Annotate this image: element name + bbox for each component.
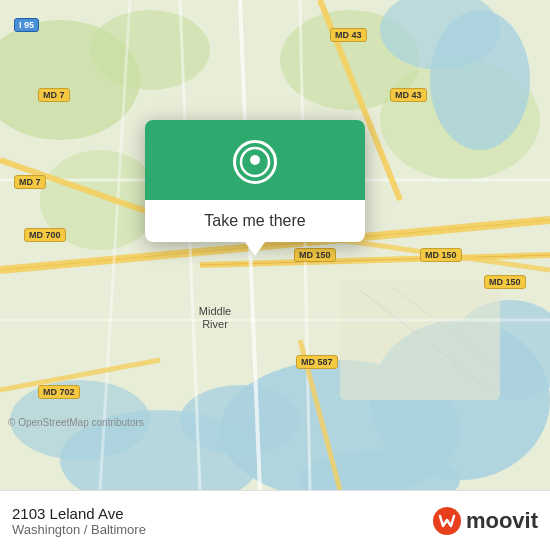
highway-label-md702: MD 702 <box>38 385 80 399</box>
address-label: 2103 Leland Ave <box>12 505 146 522</box>
location-pin <box>233 140 277 184</box>
highway-label-md150-1: MD 150 <box>294 248 336 262</box>
copyright-text: © OpenStreetMap contributors <box>8 417 144 428</box>
svg-text:Middle: Middle <box>199 305 231 317</box>
address-section: 2103 Leland Ave Washington / Baltimore <box>12 505 146 537</box>
popup-card: Take me there <box>145 120 365 242</box>
highway-label-md150-2: MD 150 <box>420 248 462 262</box>
moovit-icon <box>432 506 462 536</box>
highway-label-md700: MD 700 <box>24 228 66 242</box>
highway-label-md150-sign: MD 150 <box>484 275 526 289</box>
city-label: Washington / Baltimore <box>12 522 146 537</box>
moovit-text: moovit <box>466 508 538 534</box>
map-container: Middle River I 95 MD 7 MD 7 MD 43 MD 43 … <box>0 0 550 490</box>
bottom-bar: 2103 Leland Ave Washington / Baltimore m… <box>0 490 550 550</box>
svg-point-36 <box>250 155 260 165</box>
popup-header <box>145 120 365 200</box>
highway-label-md7-2: MD 7 <box>14 175 46 189</box>
highway-label-md43-2: MD 43 <box>390 88 427 102</box>
svg-point-2 <box>90 10 210 90</box>
take-me-there-button[interactable]: Take me there <box>188 212 321 230</box>
highway-label-i95: I 95 <box>14 18 39 32</box>
moovit-logo: moovit <box>432 506 538 536</box>
svg-text:River: River <box>202 318 228 330</box>
highway-label-md587: MD 587 <box>296 355 338 369</box>
highway-label-md43-1: MD 43 <box>330 28 367 42</box>
svg-rect-15 <box>340 280 500 400</box>
highway-label-md7-1: MD 7 <box>38 88 70 102</box>
